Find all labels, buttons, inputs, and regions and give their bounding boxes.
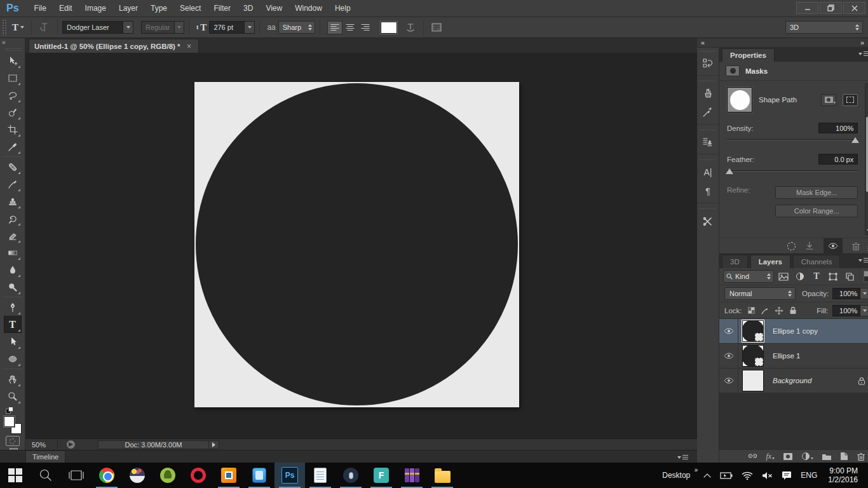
tool-dodge[interactable] bbox=[4, 278, 22, 295]
tool-eraser[interactable] bbox=[4, 227, 22, 244]
filter-kind-select[interactable]: Kind bbox=[723, 270, 774, 283]
dropdown-arrow[interactable] bbox=[860, 305, 868, 316]
toggle-panels-button[interactable] bbox=[431, 22, 442, 32]
timeline-menu-icon[interactable] bbox=[677, 455, 688, 459]
toolbar-overflow-icon[interactable]: » bbox=[695, 466, 698, 473]
blend-mode-select[interactable]: Normal bbox=[724, 287, 796, 300]
lock-transparency-button[interactable] bbox=[747, 306, 756, 315]
quick-mask-button[interactable] bbox=[6, 436, 20, 446]
tool-zoom[interactable] bbox=[4, 388, 22, 405]
taskbar-app-photoshop[interactable]: Ps bbox=[275, 463, 305, 488]
menu-item[interactable]: Image bbox=[79, 0, 112, 17]
mask-visibility-button[interactable] bbox=[824, 238, 843, 254]
fill-value[interactable]: 100% bbox=[832, 305, 860, 316]
notifications-tray-icon[interactable] bbox=[777, 463, 796, 488]
panel-gripper[interactable] bbox=[699, 129, 717, 132]
status-options-arrow[interactable] bbox=[209, 440, 219, 449]
language-indicator[interactable]: ENG bbox=[796, 463, 822, 488]
taskbar-search-button[interactable] bbox=[31, 463, 61, 488]
align-left-button[interactable] bbox=[327, 21, 342, 34]
history-panel-icon[interactable] bbox=[697, 54, 719, 73]
menu-item[interactable]: Edit bbox=[53, 0, 79, 17]
font-family-select[interactable]: Dodger Laser bbox=[62, 21, 133, 34]
filter-toggle-switch[interactable] bbox=[864, 271, 868, 282]
collapse-panels-left-button[interactable]: « bbox=[701, 39, 705, 46]
layer-name[interactable]: Background bbox=[768, 377, 858, 384]
add-pixel-mask-button[interactable] bbox=[821, 94, 836, 106]
density-value[interactable]: 100% bbox=[818, 123, 858, 133]
show-hidden-icons-button[interactable] bbox=[699, 463, 715, 488]
workspace-select[interactable]: 3D bbox=[785, 21, 863, 34]
tool-brush[interactable] bbox=[4, 175, 22, 193]
opacity-select[interactable]: 100% bbox=[832, 288, 868, 299]
character-panel-icon[interactable]: A| bbox=[697, 163, 719, 182]
font-size-select[interactable]: 276 pt bbox=[209, 21, 255, 34]
desktop-toolbar[interactable]: Desktop » bbox=[658, 463, 699, 488]
menu-item[interactable]: File bbox=[28, 0, 53, 17]
layer-visibility-eye-icon[interactable] bbox=[719, 344, 738, 368]
mini-bridge-icon[interactable] bbox=[67, 440, 75, 449]
layer-visibility-eye-icon[interactable] bbox=[719, 319, 738, 343]
measurement-panel-icon[interactable] bbox=[697, 212, 719, 231]
battery-tray-icon[interactable] bbox=[715, 463, 737, 488]
layer-styles-icon[interactable]: fx bbox=[766, 452, 775, 461]
taskbar-clock[interactable]: 9:00 PM 1/2/2016 bbox=[822, 466, 864, 484]
taskbar-app-voice[interactable] bbox=[336, 463, 366, 488]
anti-alias-select[interactable]: Sharp bbox=[278, 21, 315, 34]
layer-row-ellipse-1[interactable]: Ellipse 1 bbox=[719, 344, 868, 369]
text-orientation-toggle[interactable] bbox=[39, 22, 50, 33]
menu-item[interactable]: Window bbox=[288, 0, 329, 17]
lock-pixels-button[interactable] bbox=[761, 306, 770, 315]
feather-value[interactable]: 0.0 px bbox=[818, 154, 858, 165]
panel-gripper[interactable] bbox=[699, 159, 717, 161]
shape-path-thumbnail[interactable] bbox=[727, 87, 752, 112]
filter-smart-objects-button[interactable] bbox=[843, 270, 857, 283]
paragraph-panel-icon[interactable]: ¶ bbox=[697, 182, 719, 201]
document-page[interactable] bbox=[194, 82, 519, 407]
layers-menu-icon[interactable] bbox=[858, 258, 868, 262]
canvas-area[interactable] bbox=[25, 53, 697, 438]
tool-presets-panel-icon[interactable] bbox=[697, 84, 719, 103]
swap-colors-icon[interactable] bbox=[6, 407, 20, 414]
tool-rectangular-marquee[interactable] bbox=[4, 69, 22, 86]
panel-gripper[interactable] bbox=[699, 80, 717, 83]
clone-source-panel-icon[interactable] bbox=[697, 133, 719, 152]
type-tool-preset[interactable]: T bbox=[12, 23, 24, 32]
new-adjustment-layer-icon[interactable] bbox=[801, 452, 813, 461]
font-style-select[interactable]: Regular bbox=[141, 21, 184, 34]
tool-history-brush[interactable] bbox=[4, 210, 22, 227]
taskbar-app-winrar[interactable] bbox=[397, 463, 427, 488]
align-center-button[interactable] bbox=[342, 21, 358, 34]
delete-mask-icon[interactable] bbox=[851, 241, 860, 251]
filter-pixel-layers-button[interactable] bbox=[776, 270, 790, 283]
tool-ellipse-shape[interactable] bbox=[4, 350, 22, 367]
foreground-background-swatches[interactable] bbox=[3, 416, 22, 434]
color-range-button[interactable]: Color Range... bbox=[775, 205, 858, 217]
taskbar-app-airdroid[interactable] bbox=[244, 463, 275, 488]
wifi-tray-icon[interactable] bbox=[737, 463, 757, 488]
options-bar-gripper[interactable] bbox=[2, 19, 7, 36]
taskbar-app-game[interactable] bbox=[122, 463, 153, 488]
layer-row-ellipse-1-copy[interactable]: Ellipse 1 copy bbox=[719, 319, 868, 344]
tool-lasso[interactable] bbox=[4, 86, 22, 104]
volume-muted-tray-icon[interactable] bbox=[757, 463, 777, 488]
taskbar-app-chrome[interactable] bbox=[92, 463, 122, 488]
brush-presets-panel-icon[interactable] bbox=[697, 103, 719, 122]
menu-item[interactable]: Filter bbox=[207, 0, 237, 17]
tab-channels[interactable]: Channels bbox=[793, 255, 841, 268]
restore-button[interactable] bbox=[820, 2, 842, 14]
taskbar-app-android-studio[interactable] bbox=[153, 463, 183, 488]
menu-item[interactable]: Select bbox=[173, 0, 207, 17]
lock-all-button[interactable] bbox=[789, 306, 798, 315]
delete-layer-icon[interactable] bbox=[857, 452, 865, 461]
tools-gripper[interactable] bbox=[4, 48, 21, 51]
feather-slider-thumb[interactable] bbox=[726, 168, 733, 174]
close-button[interactable] bbox=[843, 2, 865, 14]
document-tab[interactable]: Untitled-1 @ 50% (Ellipse 1 copy, RGB/8)… bbox=[29, 39, 199, 53]
panel-gripper[interactable] bbox=[699, 208, 717, 210]
lock-position-button[interactable] bbox=[775, 306, 784, 315]
tool-path-selection[interactable] bbox=[4, 333, 22, 350]
add-layer-mask-icon[interactable] bbox=[783, 452, 793, 461]
tab-properties[interactable]: Properties bbox=[722, 48, 775, 62]
tool-pen[interactable] bbox=[4, 299, 22, 316]
